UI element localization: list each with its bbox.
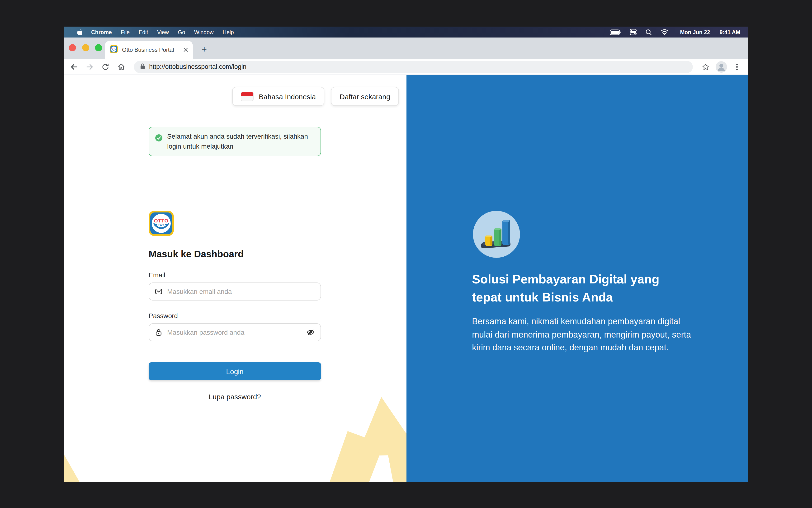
email-label: Email bbox=[148, 271, 321, 279]
password-field-box bbox=[148, 323, 321, 341]
minimize-window-button[interactable] bbox=[82, 44, 89, 51]
password-input[interactable] bbox=[166, 328, 302, 337]
padlock-icon bbox=[155, 329, 162, 336]
login-button[interactable]: Login bbox=[148, 362, 321, 380]
menu-item-help[interactable]: Help bbox=[223, 29, 234, 35]
login-form: OTTO PAY Masuk ke Dashboard Email Passwo… bbox=[148, 211, 321, 401]
svg-text:OTTO: OTTO bbox=[111, 47, 116, 49]
browser-toolbar: http://ottobusinessportal.com/login bbox=[63, 59, 749, 75]
tab-close-icon[interactable] bbox=[183, 46, 188, 54]
browser-menu-dots-icon[interactable] bbox=[731, 61, 743, 72]
menu-item-go[interactable]: Go bbox=[178, 29, 185, 35]
alert-message: Selamat akun anda sudah terverifikasi, s… bbox=[167, 131, 314, 152]
language-label: Bahasa Indonesia bbox=[259, 92, 316, 100]
url-text[interactable]: http://ottobusinessportal.com/login bbox=[149, 63, 247, 70]
search-icon[interactable] bbox=[645, 29, 652, 35]
new-tab-button[interactable]: + bbox=[198, 43, 210, 55]
email-field-box bbox=[148, 283, 321, 300]
close-window-button[interactable] bbox=[69, 44, 76, 51]
desktop: Chrome File Edit View Go Window Help bbox=[0, 0, 812, 508]
success-alert: Selamat akun anda sudah terverifikasi, s… bbox=[148, 127, 321, 156]
reload-icon[interactable] bbox=[100, 61, 111, 72]
forward-icon[interactable] bbox=[84, 61, 95, 72]
menu-item-view[interactable]: View bbox=[157, 29, 169, 35]
login-panel: Bahasa Indonesia Daftar sekarang Selamat… bbox=[63, 75, 407, 482]
wifi-icon[interactable] bbox=[660, 29, 669, 35]
tab-strip: OTTO Otto Business Portal + bbox=[63, 38, 749, 59]
menu-item-chrome[interactable]: Chrome bbox=[91, 29, 112, 35]
menubar-date: Mon Jun 22 bbox=[680, 29, 710, 35]
apple-icon[interactable] bbox=[76, 29, 82, 36]
menu-item-window[interactable]: Window bbox=[194, 29, 214, 35]
home-icon[interactable] bbox=[115, 61, 127, 72]
bookmark-star-icon[interactable] bbox=[700, 61, 711, 72]
back-icon[interactable] bbox=[69, 61, 80, 72]
register-button[interactable]: Daftar sekarang bbox=[331, 87, 399, 106]
password-label: Password bbox=[148, 312, 321, 320]
lock-icon[interactable] bbox=[140, 62, 145, 71]
control-center-icon[interactable] bbox=[630, 29, 637, 36]
hero-panel: Solusi Pembayaran Digital yang tepat unt… bbox=[407, 75, 749, 482]
form-title: Masuk ke Dashboard bbox=[148, 249, 321, 260]
bar-chart-illustration bbox=[473, 211, 520, 258]
register-label: Daftar sekarang bbox=[340, 92, 390, 100]
forgot-password-link[interactable]: Lupa password? bbox=[148, 393, 321, 401]
envelope-icon bbox=[155, 288, 162, 295]
hero-body: Bersama kami, nikmati kemudahan pembayar… bbox=[472, 315, 695, 354]
indonesia-flag-icon bbox=[241, 92, 254, 101]
svg-text:OTTO: OTTO bbox=[154, 218, 168, 223]
tab-favicon-otto-icon: OTTO bbox=[110, 45, 118, 55]
address-bar[interactable]: http://ottobusinessportal.com/login bbox=[134, 60, 693, 73]
profile-avatar-icon[interactable] bbox=[716, 61, 727, 72]
hero-title: Solusi Pembayaran Digital yang tepat unt… bbox=[472, 270, 686, 307]
tab-title: Otto Business Portal bbox=[122, 46, 179, 53]
top-actions: Bahasa Indonesia Daftar sekarang bbox=[232, 87, 399, 106]
battery-icon[interactable] bbox=[610, 29, 621, 35]
page-content: Bahasa Indonesia Daftar sekarang Selamat… bbox=[63, 75, 749, 482]
language-selector-button[interactable]: Bahasa Indonesia bbox=[232, 87, 324, 106]
email-input[interactable] bbox=[166, 287, 315, 296]
zoom-window-button[interactable] bbox=[95, 44, 102, 51]
check-circle-icon bbox=[155, 134, 162, 141]
browser-tab[interactable]: OTTO Otto Business Portal bbox=[105, 41, 193, 59]
menu-item-edit[interactable]: Edit bbox=[139, 29, 148, 35]
screen: Chrome File Edit View Go Window Help bbox=[63, 27, 749, 482]
menu-item-file[interactable]: File bbox=[121, 29, 130, 35]
eye-off-icon[interactable] bbox=[306, 328, 315, 337]
menubar-clock: 9:41 AM bbox=[720, 29, 740, 35]
macos-menu-bar: Chrome File Edit View Go Window Help bbox=[63, 27, 749, 38]
ottopay-logo: OTTO PAY bbox=[148, 211, 174, 236]
svg-text:PAY: PAY bbox=[158, 223, 165, 226]
